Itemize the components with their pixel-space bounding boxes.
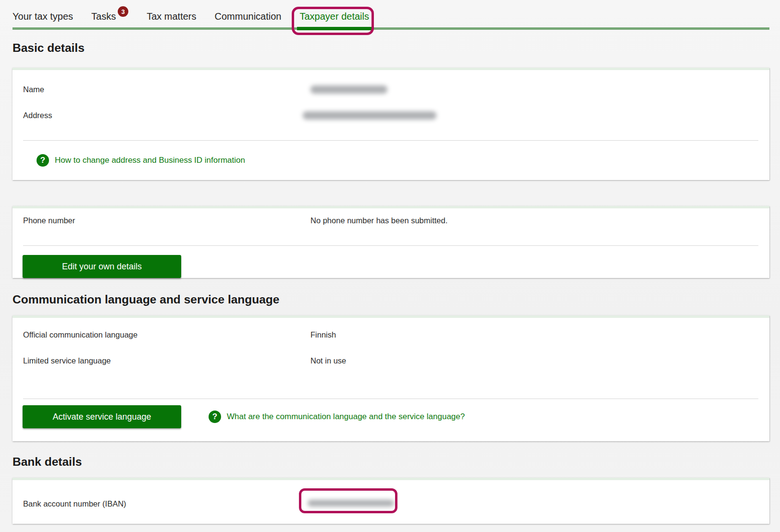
tab-label: Your tax types — [12, 11, 73, 22]
tasks-count-badge: 3 — [118, 6, 128, 17]
activate-service-language-button[interactable]: Activate service language — [23, 405, 181, 428]
tab-label: Tax matters — [147, 11, 196, 22]
taxpayer-details-page: Your tax types Tasks3 Tax matters Commun… — [0, 0, 780, 524]
contact-details-card: Phone number No phone number has been su… — [12, 206, 769, 278]
iban-value-wrap — [308, 500, 394, 507]
iban-row: Bank account number (IBAN) — [12, 491, 769, 517]
divider — [23, 399, 758, 399]
tab-taxpayer-details[interactable]: Taxpayer details — [299, 11, 369, 27]
tab-tasks[interactable]: Tasks3 — [91, 11, 128, 27]
help-icon: ? — [209, 411, 221, 423]
phone-number-row: Phone number No phone number has been su… — [12, 208, 769, 232]
service-language-label: Limited service language — [23, 356, 310, 365]
tab-label: Tasks — [91, 11, 116, 22]
help-link-label: How to change address and Business ID in… — [55, 156, 245, 165]
name-label: Name — [23, 85, 310, 94]
redacted-address-value — [303, 111, 436, 120]
tab-label: Communication — [215, 11, 282, 22]
address-value — [310, 111, 769, 120]
help-link-label: What are the communication language and … — [227, 412, 465, 422]
edit-own-details-button[interactable]: Edit your own details — [23, 255, 181, 278]
tab-your-tax-types[interactable]: Your tax types — [12, 11, 73, 27]
tab-label: Taxpayer details — [299, 11, 369, 22]
address-label: Address — [23, 111, 310, 120]
communication-language-label: Official communication language — [23, 330, 310, 339]
section-heading-basic-details: Basic details — [12, 41, 769, 55]
section-heading-language: Communication language and service langu… — [12, 292, 769, 307]
tab-bar: Your tax types Tasks3 Tax matters Commun… — [12, 11, 769, 30]
active-tab-underline — [297, 27, 371, 30]
communication-language-value: Finnish — [310, 330, 769, 339]
divider — [23, 245, 758, 246]
help-link-change-address[interactable]: ? How to change address and Business ID … — [12, 141, 769, 180]
service-language-row: Limited service language Not in use — [12, 348, 769, 374]
iban-value — [310, 499, 769, 508]
phone-number-label: Phone number — [23, 216, 310, 225]
language-card: Official communication language Finnish … — [12, 315, 769, 441]
help-link-service-language[interactable]: ? What are the communication language an… — [209, 411, 465, 423]
address-row: Address — [12, 102, 769, 128]
redacted-name-value — [310, 85, 387, 94]
question-mark-glyph: ? — [40, 156, 45, 165]
name-value — [310, 85, 769, 94]
communication-language-row: Official communication language Finnish — [12, 322, 769, 348]
redacted-iban-value — [308, 500, 394, 507]
basic-details-card: Name Address ? How to change address and… — [12, 68, 769, 180]
tab-communication[interactable]: Communication — [215, 11, 282, 27]
bank-details-card: Bank account number (IBAN) — [12, 478, 769, 524]
service-language-value: Not in use — [310, 356, 769, 365]
language-actions-row: Activate service language ? What are the… — [12, 405, 769, 441]
question-mark-glyph: ? — [212, 412, 217, 422]
tab-tax-matters[interactable]: Tax matters — [147, 11, 196, 27]
help-icon: ? — [37, 154, 49, 167]
iban-label: Bank account number (IBAN) — [23, 499, 310, 508]
section-heading-bank-details: Bank details — [12, 455, 769, 469]
phone-number-value: No phone number has been submitted. — [310, 216, 769, 225]
name-row: Name — [12, 76, 769, 102]
